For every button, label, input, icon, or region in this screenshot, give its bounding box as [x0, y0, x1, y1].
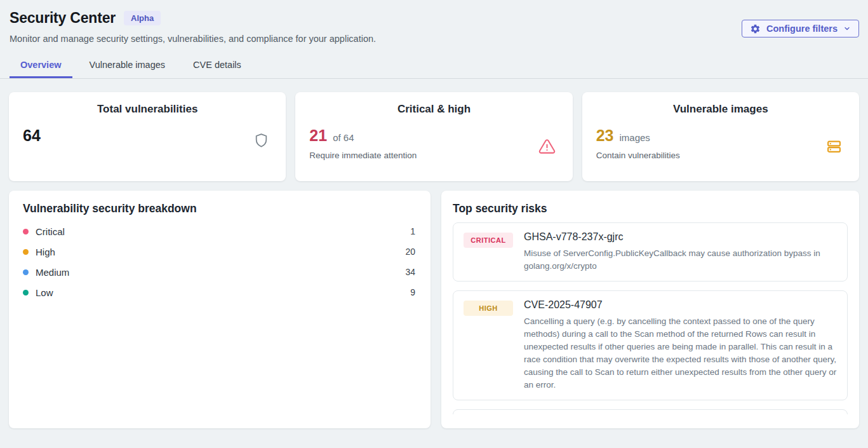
risk-id: CVE-2025-47907	[524, 299, 837, 311]
vulnerability-breakdown-panel: Vulnerability security breakdown Critica…	[9, 191, 431, 428]
stat-card-critical-high: Critical & high 21 of 64 Require immedia…	[295, 92, 572, 181]
stat-suffix: images	[619, 132, 650, 143]
breakdown-label: Critical	[36, 226, 65, 237]
page-header: Security Center Alpha Monitor and manage…	[0, 0, 868, 44]
risk-description: Cancelling a query (e.g. by cancelling t…	[524, 315, 837, 391]
tab-cve-details[interactable]: CVE details	[182, 54, 252, 78]
configure-filters-label: Configure filters	[766, 24, 838, 34]
low-dot	[23, 290, 29, 295]
breakdown-row-high: High 20	[23, 241, 417, 262]
stat-card-content: 21 of 64	[309, 126, 558, 145]
breakdown-label: Low	[36, 287, 53, 298]
alpha-badge: Alpha	[124, 11, 161, 25]
breakdown-row-low: Low 9	[23, 282, 417, 302]
critical-dot	[23, 229, 29, 234]
breakdown-label: High	[36, 247, 55, 257]
stat-suffix: of 64	[333, 132, 354, 143]
title-row: Security Center Alpha	[10, 10, 859, 27]
tab-vulnerable-images[interactable]: Vulnerable images	[79, 54, 177, 78]
breakdown-value: 20	[405, 247, 417, 257]
top-security-risks-panel: Top security risks CRITICAL GHSA-v778-23…	[441, 191, 859, 428]
risks-title: Top security risks	[453, 202, 848, 215]
gear-icon	[750, 24, 761, 34]
breakdown-title: Vulnerability security breakdown	[23, 202, 417, 215]
risk-body: CVE-2025-47907 Cancelling a query (e.g. …	[524, 299, 837, 391]
risk-body: GHSA-v778-237x-gjrc Misuse of ServerConf…	[524, 231, 837, 273]
stat-value: 21	[309, 126, 327, 145]
stat-cards-row: Total vulnerabilities 64 Critical & high…	[9, 92, 859, 181]
page-title: Security Center	[10, 10, 116, 27]
breakdown-row-medium: Medium 34	[23, 262, 417, 282]
stat-value: 23	[596, 126, 614, 145]
stat-value: 64	[23, 126, 41, 145]
configure-filters-button[interactable]: Configure filters	[742, 20, 859, 37]
medium-dot	[23, 269, 29, 275]
risk-card-cve-2025-9086[interactable]: HIGH CVE-2025-9086	[453, 409, 848, 414]
shield-icon	[253, 132, 269, 152]
stat-card-content: 23 images	[596, 126, 845, 145]
stat-card-title: Total vulnerabilities	[23, 103, 272, 116]
stat-note	[23, 151, 272, 161]
high-dot	[23, 249, 29, 255]
page-subtitle: Monitor and manage security settings, vu…	[10, 34, 859, 44]
warning-triangle-icon	[538, 138, 556, 158]
risk-card-cve-2025-47907[interactable]: HIGH CVE-2025-47907 Cancelling a query (…	[453, 290, 848, 400]
stat-card-title: Critical & high	[309, 103, 558, 116]
stat-card-content: 64	[23, 126, 272, 145]
breakdown-value: 34	[405, 267, 417, 277]
risk-card-ghsa-v778-237x-gjrc[interactable]: CRITICAL GHSA-v778-237x-gjrc Misuse of S…	[453, 222, 848, 282]
breakdown-value: 9	[410, 287, 417, 297]
risk-description: Misuse of ServerConfig.PublicKeyCallback…	[524, 247, 837, 273]
tab-bar: Overview Vulnerable images CVE details	[0, 54, 868, 79]
breakdown-row-critical: Critical 1	[23, 221, 417, 241]
stat-note: Contain vulnerabilities	[596, 151, 845, 161]
stat-note: Require immediate attention	[309, 151, 558, 161]
breakdown-label: Medium	[36, 267, 69, 278]
risk-list: CRITICAL GHSA-v778-237x-gjrc Misuse of S…	[453, 222, 848, 414]
stat-card-vulnerable-images: Vulnerable images 23 images Contain vuln…	[582, 92, 859, 181]
chevron-down-icon	[843, 25, 851, 32]
stat-card-title: Vulnerable images	[596, 103, 845, 116]
breakdown-rows: Critical 1 High 20 Medium 34	[23, 221, 417, 302]
severity-badge: CRITICAL	[464, 233, 513, 248]
breakdown-value: 1	[410, 226, 417, 236]
stat-card-total-vulnerabilities: Total vulnerabilities 64	[9, 92, 286, 181]
security-center-page: Security Center Alpha Monitor and manage…	[0, 0, 868, 448]
severity-badge: HIGH	[464, 301, 513, 316]
server-icon	[825, 139, 843, 157]
main-content: Total vulnerabilities 64 Critical & high…	[0, 92, 868, 428]
lower-panels: Vulnerability security breakdown Critica…	[9, 191, 859, 428]
tab-overview[interactable]: Overview	[10, 54, 72, 78]
risk-id: GHSA-v778-237x-gjrc	[524, 231, 837, 243]
